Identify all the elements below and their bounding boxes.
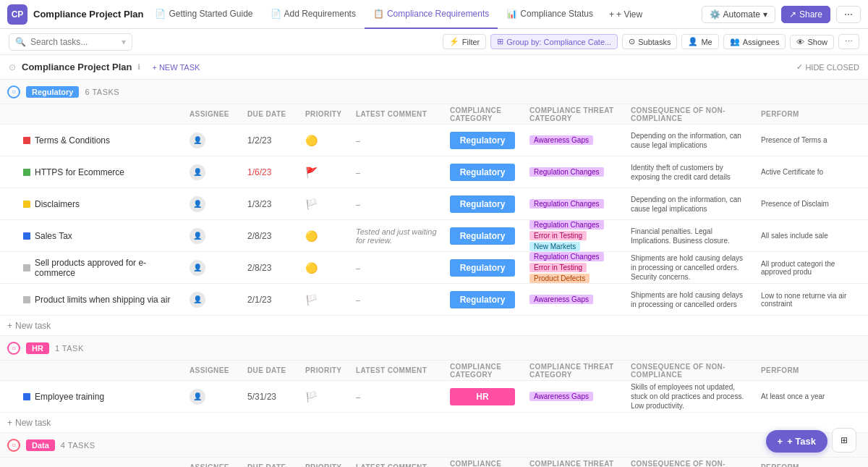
assignees-button[interactable]: 👥 Assignees xyxy=(723,34,786,49)
section-header-data: ○ Data 4 TASKS xyxy=(0,433,868,458)
priority-flag: 🟡 xyxy=(305,262,318,274)
column-headers: ASSIGNEEDUE DATEPRIORITYLATEST COMMENTCO… xyxy=(0,361,868,381)
task-status-dot xyxy=(23,201,30,208)
show-button[interactable]: 👁 Show xyxy=(790,35,834,49)
filter-button[interactable]: ⚡ Filter xyxy=(443,34,486,49)
task-priority-col: 🏳️ xyxy=(299,198,350,210)
section-collapse-data[interactable]: ○ xyxy=(7,439,20,452)
task-assignee-col[interactable]: 👤 xyxy=(184,132,242,148)
dropdown-icon: ▾ xyxy=(122,37,126,47)
task-name-col: Sell products approved for e-commerce xyxy=(17,258,184,278)
task-status-dot xyxy=(23,296,30,303)
compliance-category-badge: Regulatory xyxy=(450,291,515,308)
new-task-header-button[interactable]: + NEW TASK xyxy=(152,63,200,72)
add-view-button[interactable]: + + View xyxy=(602,0,650,29)
group-by-button[interactable]: ⊞ Group by: Compliance Cate... xyxy=(490,34,618,49)
task-name-col: Sales Tax xyxy=(17,231,184,241)
share-button[interactable]: ↗ Share xyxy=(781,6,830,23)
avatar: 👤 xyxy=(190,389,205,405)
compliance-status-icon: 📊 xyxy=(506,9,517,19)
task-category-col: Regulatory xyxy=(444,259,524,277)
task-assignee-col[interactable]: 👤 xyxy=(184,196,242,212)
task-row[interactable]: Sell products approved for e-commerce 👤 … xyxy=(0,252,868,284)
tab-getting-started[interactable]: 📄 Getting Started Guide xyxy=(146,0,261,29)
tab-compliance-requirements[interactable]: 📋 Compliance Requirements xyxy=(365,0,498,29)
task-assignee-col[interactable]: 👤 xyxy=(184,164,242,180)
task-priority-col: 🏳️ xyxy=(299,294,350,306)
task-name-text: HTTPS for Ecommerce xyxy=(35,167,124,177)
priority-flag: 🚩 xyxy=(305,167,318,178)
consequence-text: Depending on the information, can cause … xyxy=(631,195,749,214)
task-threat-col: Awareness Gaps xyxy=(524,135,625,145)
subtasks-button[interactable]: ⊙ Subtasks xyxy=(622,34,677,49)
threat-tag: Awareness Gaps xyxy=(529,295,593,304)
collapse-all-icon[interactable]: ⊙ xyxy=(9,62,16,72)
task-row[interactable]: Employee training 👤 5/31/23 🏳️ – HR Awar… xyxy=(0,381,868,413)
compliance-category-badge: Regulatory xyxy=(450,259,515,277)
latest-comment: – xyxy=(356,200,360,209)
tab-add-requirements[interactable]: 📄 Add Requirements xyxy=(262,0,365,29)
task-row[interactable]: Product limits when shipping via air 👤 2… xyxy=(0,284,868,316)
task-priority-col: 🏳️ xyxy=(299,391,350,403)
task-threat-col: Awareness Gaps xyxy=(524,295,625,304)
task-consequence-col: Shipments are hold causing delays in pro… xyxy=(625,253,755,282)
add-task-fab[interactable]: + + Task xyxy=(766,430,827,453)
toolbar: 🔍 ▾ ⚡ Filter ⊞ Group by: Compliance Cate… xyxy=(0,29,868,55)
section-header-hr: ○ HR 1 TASK xyxy=(0,336,868,361)
task-name-col: Employee training xyxy=(17,392,184,402)
threat-tags: Awareness Gaps xyxy=(529,295,593,304)
task-assignee-col[interactable]: 👤 xyxy=(184,389,242,405)
automate-button[interactable]: ⚙️ Automate ▾ xyxy=(702,6,775,23)
search-box[interactable]: 🔍 ▾ xyxy=(9,33,132,51)
task-threat-col: Awareness Gaps xyxy=(524,392,625,401)
checkmark-icon: ✓ xyxy=(796,62,803,72)
new-task-regulatory[interactable]: +New task xyxy=(0,316,868,336)
consequence-text: Skills of employees not updated, stuck o… xyxy=(631,382,749,411)
task-assignee-col[interactable]: 👤 xyxy=(184,292,242,308)
search-input[interactable] xyxy=(30,37,117,47)
task-row[interactable]: HTTPS for Ecommerce 👤 1/6/23 🚩 – Regulat… xyxy=(0,156,868,188)
task-category-col: Regulatory xyxy=(444,164,524,181)
plus-icon: + xyxy=(778,436,783,447)
avatar: 👤 xyxy=(190,260,205,276)
section-badge-regulatory: Regulatory xyxy=(26,86,79,98)
due-date: 1/3/23 xyxy=(247,199,271,209)
due-date: 1/6/23 xyxy=(247,167,271,177)
add-req-icon: 📄 xyxy=(271,9,281,19)
threat-tag: Error in Testing xyxy=(529,231,587,240)
section-collapse-regulatory[interactable]: ○ xyxy=(7,85,20,98)
show-icon: 👁 xyxy=(796,38,804,46)
task-category-col: Regulatory xyxy=(444,195,524,213)
tab-compliance-status[interactable]: 📊 Compliance Status xyxy=(498,0,602,29)
consequence-text: Identity theft of customers by exposing … xyxy=(631,163,749,182)
task-name-text: Terms & Conditions xyxy=(35,135,110,146)
task-name-text: Disclaimers xyxy=(35,199,80,209)
chevron-down-icon: ▾ xyxy=(763,9,767,20)
top-right-actions: ⚙️ Automate ▾ ↗ Share ⋯ xyxy=(702,6,861,23)
due-date: 1/2/23 xyxy=(247,135,271,146)
grid-view-button[interactable]: ⊞ xyxy=(832,428,856,453)
task-row[interactable]: Sales Tax 👤 2/8/23 🟡 Tested and just wai… xyxy=(0,220,868,252)
task-count-regulatory: 6 TASKS xyxy=(85,88,119,96)
perform-text: Presence of Disclaim xyxy=(761,200,829,208)
task-perform-col: At least once a year xyxy=(755,392,868,400)
threat-tag: Regulation Changes xyxy=(529,199,604,209)
task-assignee-col[interactable]: 👤 xyxy=(184,260,242,276)
section-collapse-hr[interactable]: ○ xyxy=(7,342,20,355)
task-row[interactable]: Terms & Conditions 👤 1/2/23 🟡 – Regulato… xyxy=(0,125,868,156)
task-row[interactable]: Disclaimers 👤 1/3/23 🏳️ – Regulatory Reg… xyxy=(0,188,868,220)
task-due-col: 1/3/23 xyxy=(242,199,299,209)
task-comment-col: – xyxy=(350,392,444,401)
me-button[interactable]: 👤 Me xyxy=(681,34,718,49)
task-consequence-col: Identity theft of customers by exposing … xyxy=(625,163,755,182)
perform-text: All product categori the approved produ xyxy=(761,260,865,276)
more-toolbar-button[interactable]: ⋯ xyxy=(838,34,859,49)
more-options-button[interactable]: ⋯ xyxy=(836,6,861,23)
task-name-text: Sales Tax xyxy=(35,231,72,241)
task-status-dot xyxy=(23,232,30,240)
group-icon: ⊞ xyxy=(497,37,503,46)
new-task-hr[interactable]: +New task xyxy=(0,413,868,433)
task-assignee-col[interactable]: 👤 xyxy=(184,228,242,244)
hide-closed-button[interactable]: ✓ HIDE CLOSED xyxy=(796,62,859,72)
task-category-col: Regulatory xyxy=(444,291,524,308)
